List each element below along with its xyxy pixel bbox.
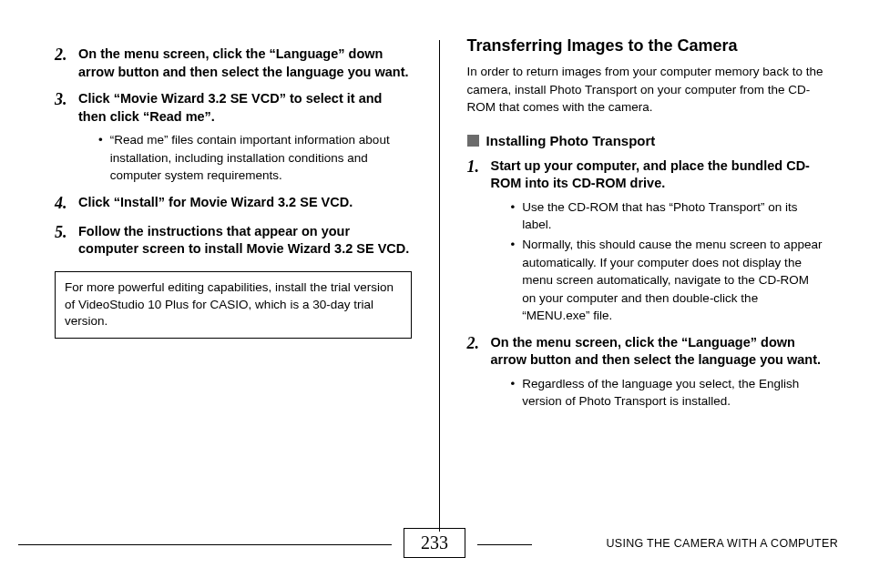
step-item: 5. Follow the instructions that appear o… (55, 223, 412, 259)
footer-rule (18, 544, 392, 545)
square-bullet-icon (467, 135, 479, 147)
step-text: Follow the instructions that appear on y… (78, 223, 412, 259)
intro-paragraph: In order to return images from your comp… (467, 63, 824, 117)
step-text: Click “Movie Wizard 3.2 SE VCD” to selec… (78, 90, 412, 126)
section-heading: Transferring Images to the Camera (467, 36, 824, 56)
bullet-text: Normally, this should cause the menu scr… (522, 236, 823, 325)
step-text: On the menu screen, click the “Language”… (78, 46, 412, 81)
step-number: 2. (55, 46, 78, 81)
bullet-item: Normally, this should cause the menu scr… (511, 236, 824, 325)
step-text: Click “Install” for Movie Wizard 3.2 SE … (78, 194, 353, 214)
page-footer: 233 USING THE CAMERA WITH A COMPUTER (0, 528, 869, 573)
step-number: 2. (467, 334, 491, 370)
bullet-text: “Read me” files contain important inform… (110, 131, 412, 185)
step-item: 3. Click “Movie Wizard 3.2 SE VCD” to se… (55, 90, 412, 126)
step-text: Start up your computer, and place the bu… (491, 157, 824, 193)
bullet-item: Regardless of the language you select, t… (511, 375, 824, 411)
step-item: 2. On the menu screen, click the “Langua… (55, 46, 412, 81)
page-number: 233 (404, 528, 465, 558)
step-item: 1. Start up your computer, and place the… (467, 157, 824, 193)
step-text: On the menu screen, click the “Language”… (491, 334, 824, 370)
step-item: 2. On the menu screen, click the “Langua… (467, 334, 824, 370)
bullet-list: Regardless of the language you select, t… (511, 375, 824, 411)
left-column: 2. On the menu screen, click the “Langua… (55, 36, 439, 510)
bullet-text: Use the CD-ROM that has “Photo Transport… (522, 198, 823, 234)
document-page: 2. On the menu screen, click the “Langua… (0, 0, 869, 588)
bullet-list: “Read me” files contain important inform… (98, 131, 412, 185)
bullet-list: Use the CD-ROM that has “Photo Transport… (511, 198, 824, 325)
step-number: 5. (55, 223, 78, 259)
right-column: Transferring Images to the Camera In ord… (440, 36, 843, 510)
subsection-title: Installing Photo Transport (486, 133, 656, 148)
step-number: 3. (55, 90, 78, 126)
note-box: For more powerful editing capabilities, … (55, 271, 412, 340)
content-columns: 2. On the menu screen, click the “Langua… (0, 0, 869, 510)
step-number: 4. (55, 194, 78, 214)
footer-section-label: USING THE CAMERA WITH A COMPUTER (606, 537, 838, 550)
footer-rule (477, 544, 532, 545)
bullet-text: Regardless of the language you select, t… (522, 375, 823, 411)
subsection-heading: Installing Photo Transport (467, 133, 824, 148)
bullet-item: Use the CD-ROM that has “Photo Transport… (511, 198, 824, 234)
step-item: 4. Click “Install” for Movie Wizard 3.2 … (55, 194, 412, 214)
bullet-item: “Read me” files contain important inform… (98, 131, 412, 185)
step-number: 1. (467, 157, 491, 193)
